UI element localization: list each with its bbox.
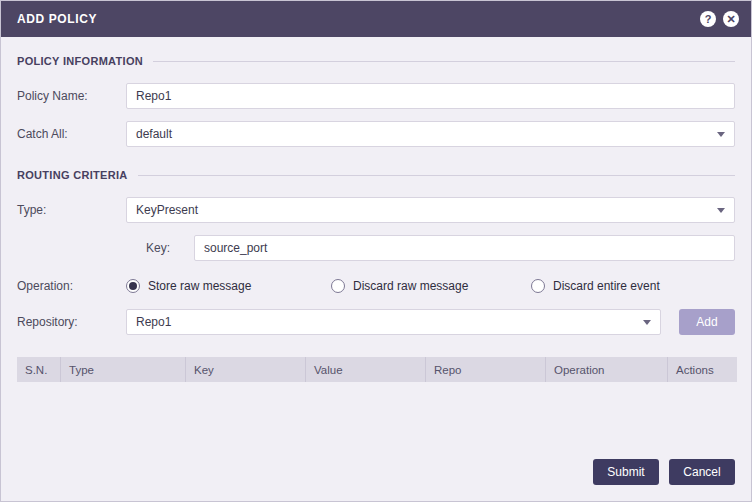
repository-value: Repo1 (136, 315, 171, 329)
operation-radio-group: Store raw message Discard raw message Di… (126, 279, 735, 293)
section-title: POLICY INFORMATION (17, 55, 143, 67)
catch-all-select[interactable]: default (126, 121, 735, 147)
section-routing-criteria: ROUTING CRITERIA (17, 169, 735, 181)
column-header-value: Value (306, 357, 426, 382)
section-divider (153, 61, 735, 62)
radio-discard-entire-event[interactable]: Discard entire event (531, 279, 660, 293)
criteria-table-body (17, 382, 737, 452)
key-row: Key: (146, 235, 735, 261)
help-icon[interactable]: ? (700, 11, 716, 27)
radio-label: Discard raw message (353, 279, 468, 293)
section-title: ROUTING CRITERIA (17, 169, 128, 181)
dialog-title: ADD POLICY (17, 12, 97, 26)
key-input[interactable] (204, 241, 725, 255)
key-label: Key: (146, 241, 194, 255)
radio-store-raw-message[interactable]: Store raw message (126, 279, 331, 293)
operation-label: Operation: (17, 279, 126, 293)
column-header-operation: Operation (546, 357, 668, 382)
criteria-table: S.N. Type Key Value Repo Operation Actio… (17, 357, 737, 452)
chevron-down-icon (643, 320, 651, 325)
type-value: KeyPresent (136, 203, 198, 217)
chevron-down-icon (717, 208, 725, 213)
policy-name-row: Policy Name: (17, 83, 735, 109)
catch-all-label: Catch All: (17, 127, 126, 141)
column-header-sn: S.N. (17, 357, 61, 382)
radio-label: Store raw message (148, 279, 251, 293)
submit-button[interactable]: Submit (593, 459, 659, 485)
radio-discard-raw-message[interactable]: Discard raw message (331, 279, 531, 293)
policy-name-field-wrap (126, 83, 735, 109)
repository-row: Repository: Repo1 Add (17, 309, 735, 335)
repository-select[interactable]: Repo1 (126, 309, 661, 335)
column-header-actions: Actions (668, 357, 737, 382)
section-policy-information: POLICY INFORMATION (17, 55, 735, 67)
policy-name-label: Policy Name: (17, 89, 126, 103)
column-header-repo: Repo (426, 357, 546, 382)
radio-icon (531, 279, 545, 293)
section-divider (138, 175, 735, 176)
column-header-key: Key (186, 357, 306, 382)
type-select[interactable]: KeyPresent (126, 197, 735, 223)
chevron-down-icon (717, 132, 725, 137)
close-icon[interactable]: ✕ (723, 11, 739, 27)
policy-name-input[interactable] (136, 89, 725, 103)
dialog-body: POLICY INFORMATION Policy Name: Catch Al… (1, 37, 751, 452)
cancel-button[interactable]: Cancel (669, 459, 735, 485)
key-field-wrap (194, 235, 735, 261)
add-button[interactable]: Add (679, 309, 735, 335)
column-header-type: Type (61, 357, 186, 382)
dialog-footer: Submit Cancel (1, 452, 751, 502)
repository-label: Repository: (17, 315, 126, 329)
catch-all-value: default (136, 127, 172, 141)
operation-row: Operation: Store raw message Discard raw… (17, 279, 735, 293)
radio-icon (126, 279, 140, 293)
type-label: Type: (17, 203, 126, 217)
add-policy-dialog: ADD POLICY ? ✕ POLICY INFORMATION Policy… (0, 0, 752, 502)
catch-all-row: Catch All: default (17, 121, 735, 147)
dialog-header: ADD POLICY ? ✕ (1, 1, 751, 37)
radio-label: Discard entire event (553, 279, 660, 293)
header-icons: ? ✕ (700, 11, 739, 27)
radio-icon (331, 279, 345, 293)
type-row: Type: KeyPresent (17, 197, 735, 223)
criteria-table-header: S.N. Type Key Value Repo Operation Actio… (17, 357, 737, 382)
